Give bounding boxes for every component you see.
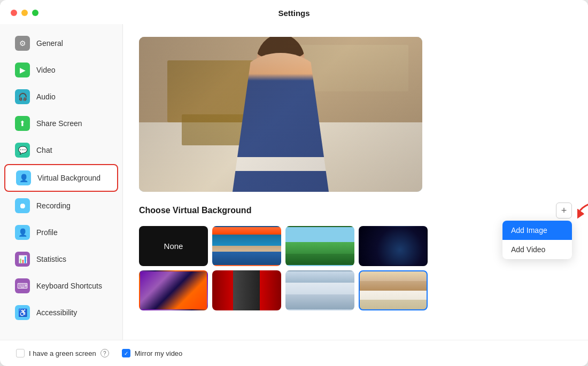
bg-none[interactable]: None xyxy=(139,226,208,266)
sidebar-item-chat[interactable]: 💬Chat xyxy=(4,137,118,163)
settings-window: Settings ⚙General▶Video🎧Audio⬆Share Scre… xyxy=(0,0,588,366)
close-button[interactable] xyxy=(11,10,17,16)
content-area: ⚙General▶Video🎧Audio⬆Share Screen💬Chat👤V… xyxy=(0,24,588,340)
sidebar-item-profile[interactable]: 👤Profile xyxy=(4,220,118,245)
sidebar-label-statistics: Statistics xyxy=(36,255,66,263)
sidebar-item-statistics[interactable]: 📊Statistics xyxy=(4,246,118,272)
video-icon: ▶ xyxy=(15,63,30,77)
sidebar-label-video: Video xyxy=(36,66,56,74)
chat-icon: 💬 xyxy=(15,143,30,158)
window-title: Settings xyxy=(278,9,310,18)
bg-space[interactable] xyxy=(359,226,428,266)
sidebar-item-recording[interactable]: ⏺Recording xyxy=(4,193,118,219)
recording-icon: ⏺ xyxy=(15,198,30,213)
sidebar-label-general: General xyxy=(36,39,63,48)
add-button-container: + Add Image Add Video xyxy=(556,203,572,219)
main-content: Choose Virtual Background + Add Image Ad… xyxy=(123,24,588,340)
profile-icon: 👤 xyxy=(15,225,30,240)
minimize-button[interactable] xyxy=(21,10,28,16)
share-screen-icon: ⬆ xyxy=(15,116,30,131)
sidebar-label-accessibility: Accessibility xyxy=(36,308,77,317)
bottom-bar: I have a green screen ? ✓ Mirror my vide… xyxy=(0,340,588,366)
mirror-video-label: Mirror my video xyxy=(135,349,183,357)
bg-grass[interactable] xyxy=(285,226,354,266)
green-screen-help-icon[interactable]: ? xyxy=(100,349,109,357)
video-preview xyxy=(139,37,422,192)
sidebar-item-keyboard-shortcuts[interactable]: ⌨Keyboard Shortcuts xyxy=(4,273,118,299)
add-image-option[interactable]: Add Image xyxy=(502,221,572,240)
sidebar-label-virtual-background: Virtual Background xyxy=(37,174,100,182)
audio-icon: 🎧 xyxy=(15,89,30,104)
sidebar-label-keyboard-shortcuts: Keyboard Shortcuts xyxy=(36,282,102,290)
sidebar: ⚙General▶Video🎧Audio⬆Share Screen💬Chat👤V… xyxy=(0,24,123,340)
sidebar-label-audio: Audio xyxy=(36,92,56,101)
title-bar: Settings xyxy=(0,0,588,24)
bg-stage[interactable] xyxy=(139,270,208,310)
sidebar-label-profile: Profile xyxy=(36,228,58,237)
bg-modern[interactable] xyxy=(285,270,354,310)
sidebar-item-video[interactable]: ▶Video xyxy=(4,57,118,83)
sidebar-item-virtual-background[interactable]: 👤Virtual Background xyxy=(4,164,118,192)
bg-bridge[interactable] xyxy=(212,226,281,266)
sidebar-label-chat: Chat xyxy=(36,146,52,154)
mirror-video-checkbox[interactable]: ✓ xyxy=(122,349,130,357)
bg-office[interactable] xyxy=(359,270,428,310)
add-image-button[interactable]: + xyxy=(556,203,572,219)
statistics-icon: 📊 xyxy=(15,252,30,267)
accessibility-icon: ♿ xyxy=(15,305,30,320)
sidebar-item-accessibility[interactable]: ♿Accessibility xyxy=(4,300,118,325)
choose-title: Choose Virtual Background xyxy=(139,206,251,215)
sidebar-item-general[interactable]: ⚙General xyxy=(4,30,118,56)
add-video-option[interactable]: Add Video xyxy=(502,240,572,259)
green-screen-label: I have a green screen xyxy=(29,349,96,357)
choose-header: Choose Virtual Background + Add Image Ad… xyxy=(139,203,572,219)
background-grid: None xyxy=(139,226,428,310)
arrow-indicator xyxy=(577,197,588,224)
green-screen-checkbox[interactable] xyxy=(16,349,25,357)
virtual-background-icon: 👤 xyxy=(16,170,31,185)
keyboard-shortcuts-icon: ⌨ xyxy=(15,278,30,293)
maximize-button[interactable] xyxy=(32,10,38,16)
preview-scene xyxy=(139,37,422,192)
sidebar-label-recording: Recording xyxy=(36,201,71,210)
sidebar-item-share-screen[interactable]: ⬆Share Screen xyxy=(4,111,118,136)
general-icon: ⚙ xyxy=(15,36,30,51)
green-screen-checkbox-item: I have a green screen ? xyxy=(16,349,109,357)
sidebar-item-audio[interactable]: 🎧Audio xyxy=(4,84,118,110)
bg-news[interactable] xyxy=(212,270,281,310)
choose-section: Choose Virtual Background + Add Image Ad… xyxy=(139,203,572,310)
scene-overlay xyxy=(139,37,422,192)
mirror-video-checkbox-item: ✓ Mirror my video xyxy=(122,349,183,357)
sidebar-label-share-screen: Share Screen xyxy=(36,119,82,128)
add-dropdown-menu: Add Image Add Video xyxy=(502,221,572,259)
traffic-lights xyxy=(11,10,38,16)
